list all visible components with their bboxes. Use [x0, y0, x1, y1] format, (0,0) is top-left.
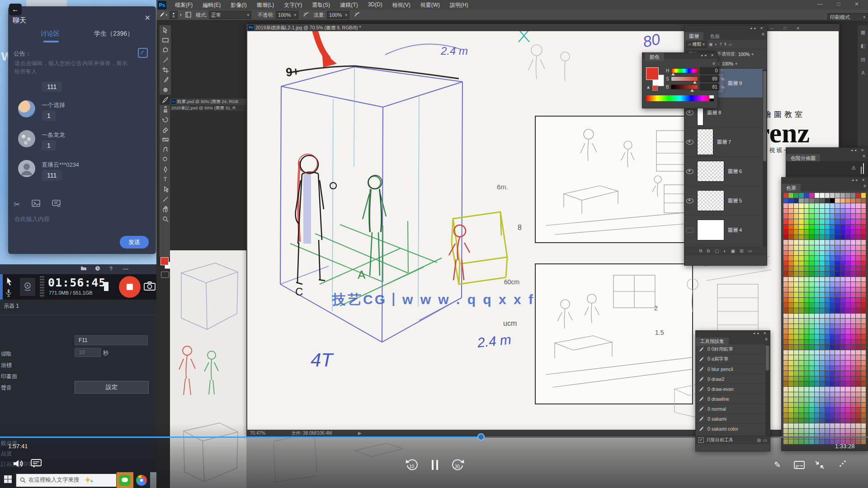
- swatch[interactable]: [783, 329, 788, 334]
- swatch[interactable]: [835, 266, 840, 271]
- swatch[interactable]: [825, 403, 830, 408]
- swatch[interactable]: [830, 256, 835, 261]
- swatch[interactable]: [815, 345, 819, 350]
- swatch[interactable]: [856, 418, 860, 423]
- swatch[interactable]: [783, 203, 788, 208]
- swatch[interactable]: [830, 272, 835, 277]
- swatch[interactable]: [840, 314, 845, 319]
- pause-button[interactable]: [430, 460, 439, 472]
- swatch[interactable]: [788, 381, 793, 386]
- swatch[interactable]: [861, 387, 866, 392]
- swatch[interactable]: [809, 324, 814, 329]
- swatch[interactable]: [835, 214, 840, 219]
- swatch[interactable]: [788, 193, 793, 198]
- swatch[interactable]: [825, 387, 830, 392]
- swatch[interactable]: [794, 303, 798, 308]
- swatch[interactable]: [851, 292, 855, 297]
- swatch[interactable]: [825, 324, 830, 329]
- swatch[interactable]: [835, 261, 840, 266]
- swatch[interactable]: [845, 319, 850, 324]
- swatch[interactable]: [851, 277, 855, 282]
- swatch[interactable]: [794, 314, 798, 319]
- swatch[interactable]: [835, 292, 840, 297]
- hue-value[interactable]: 0: [700, 67, 719, 74]
- swatch[interactable]: [856, 303, 860, 308]
- swatch[interactable]: [804, 387, 809, 392]
- swatch[interactable]: [804, 261, 809, 266]
- swatch[interactable]: [830, 366, 835, 371]
- swatch[interactable]: [799, 381, 803, 386]
- swatch[interactable]: [825, 340, 830, 345]
- swatch[interactable]: [851, 287, 855, 292]
- tab-channels[interactable]: 色版: [705, 32, 724, 41]
- swatch[interactable]: [783, 251, 788, 256]
- swatch[interactable]: [799, 292, 803, 297]
- swatch[interactable]: [804, 203, 809, 208]
- swatch[interactable]: [809, 371, 814, 376]
- swatch[interactable]: [830, 230, 835, 235]
- swatch[interactable]: [851, 282, 855, 287]
- swatch[interactable]: [799, 418, 803, 423]
- swatch[interactable]: [861, 376, 866, 381]
- layer-thumbnail[interactable]: [697, 190, 724, 211]
- swatch[interactable]: [820, 413, 824, 418]
- swatch[interactable]: [851, 392, 855, 397]
- swatch[interactable]: [820, 292, 824, 297]
- swatch[interactable]: [799, 282, 803, 287]
- swatch[interactable]: [804, 235, 809, 240]
- image-icon[interactable]: [32, 200, 40, 209]
- swatch[interactable]: [783, 366, 788, 371]
- swatch[interactable]: [840, 303, 845, 308]
- swatch[interactable]: [809, 198, 814, 203]
- tool-preset-item[interactable]: 0 drawline: [696, 394, 770, 404]
- swatch[interactable]: [815, 198, 819, 203]
- panel-menu-icon[interactable]: ≡: [765, 337, 768, 342]
- tool-preset-item[interactable]: 0 normal: [696, 404, 770, 414]
- swatch[interactable]: [830, 235, 835, 240]
- swatch[interactable]: [845, 225, 850, 230]
- swatch[interactable]: [825, 319, 830, 324]
- panel-menu-icon[interactable]: ≡: [712, 61, 715, 66]
- swatch[interactable]: [820, 251, 824, 256]
- swatch[interactable]: [815, 371, 819, 376]
- swatch[interactable]: [804, 245, 809, 250]
- swatch[interactable]: [799, 209, 803, 214]
- layer-row[interactable]: 圖層 4: [684, 216, 767, 245]
- swatch[interactable]: [856, 230, 860, 235]
- tool-preset-item[interactable]: 0 sakami color: [696, 424, 770, 434]
- minimize-icon[interactable]: —: [123, 266, 128, 272]
- swatch[interactable]: [788, 361, 793, 366]
- swatch[interactable]: [804, 376, 809, 381]
- panel-menu-icon[interactable]: ≡: [762, 32, 764, 37]
- swatch[interactable]: [788, 298, 793, 303]
- swatch[interactable]: [799, 230, 803, 235]
- swatch[interactable]: [809, 225, 814, 230]
- swatch[interactable]: [799, 198, 803, 203]
- swatch[interactable]: [788, 214, 793, 219]
- swatch[interactable]: [835, 413, 840, 418]
- swatch[interactable]: [788, 235, 793, 240]
- swatch[interactable]: [856, 392, 860, 397]
- swatch[interactable]: [835, 408, 840, 413]
- delete-preset-icon[interactable]: ▭: [763, 438, 767, 443]
- swatch[interactable]: [820, 371, 824, 376]
- swatch[interactable]: [845, 366, 850, 371]
- swatch[interactable]: [788, 334, 793, 339]
- swatch[interactable]: [783, 298, 788, 303]
- swatch[interactable]: [856, 334, 860, 339]
- help-icon[interactable]: ?: [109, 266, 113, 272]
- new-layer-icon[interactable]: ⊞: [740, 249, 743, 253]
- swatch[interactable]: [851, 251, 855, 256]
- swatch[interactable]: [820, 214, 824, 219]
- swatch[interactable]: [804, 272, 809, 277]
- swatch[interactable]: [840, 214, 845, 219]
- swatch[interactable]: [804, 282, 809, 287]
- swatch[interactable]: [820, 319, 824, 324]
- swatch[interactable]: [783, 219, 788, 224]
- swatch[interactable]: [820, 340, 824, 345]
- swatch[interactable]: [845, 261, 850, 266]
- swatch[interactable]: [861, 198, 866, 203]
- swatch[interactable]: [851, 376, 855, 381]
- menu-影像[interactable]: 影像(I): [226, 1, 251, 9]
- swatch[interactable]: [861, 298, 866, 303]
